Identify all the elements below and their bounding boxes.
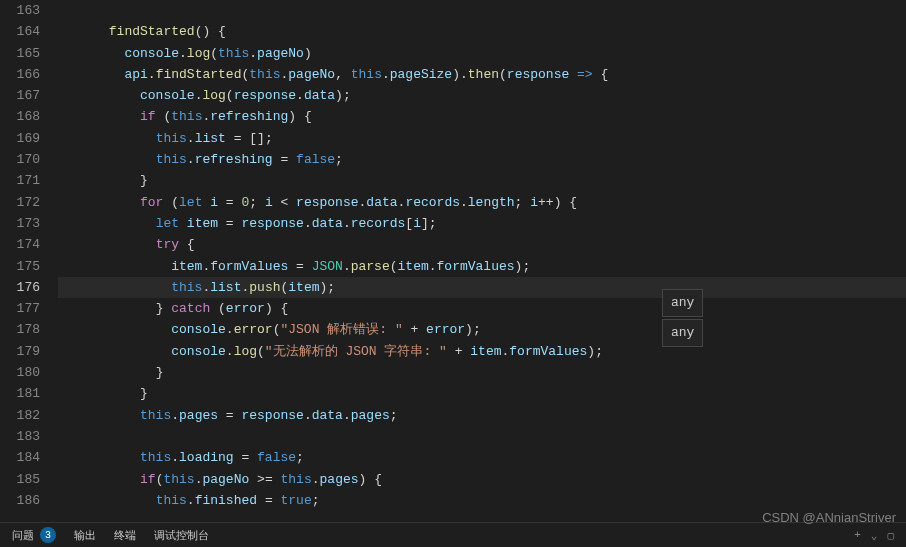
panel-tab-label: 终端 (114, 528, 136, 543)
code-line[interactable]: this.list.push(item); (58, 277, 906, 298)
code-line[interactable]: item.formValues = JSON.parse(item.formVa… (58, 256, 906, 277)
code-line[interactable]: let item = response.data.records[i]; (58, 213, 906, 234)
line-number: 164 (0, 21, 40, 42)
line-number: 173 (0, 213, 40, 234)
line-number: 163 (0, 0, 40, 21)
panel-tab-output[interactable]: 输出 (74, 528, 96, 543)
code-line[interactable]: this.finished = true; (58, 490, 906, 511)
code-line[interactable]: try { (58, 234, 906, 255)
code-line[interactable]: this.pages = response.data.pages; (58, 405, 906, 426)
code-line[interactable]: console.error("JSON 解析错误: " + error); (58, 319, 906, 340)
problems-count-badge: 3 (40, 527, 56, 543)
line-number: 184 (0, 447, 40, 468)
code-line[interactable]: findStarted() { (58, 21, 906, 42)
code-line[interactable]: } (58, 362, 906, 383)
bottom-panel: 问题 3 输出 终端 调试控制台 + ⌄ ▢ (0, 522, 906, 547)
code-line[interactable]: if (this.refreshing) { (58, 106, 906, 127)
hover-tooltip-type: any (662, 319, 703, 347)
line-number: 171 (0, 170, 40, 191)
line-number: 172 (0, 192, 40, 213)
terminal-icon[interactable]: ▢ (887, 529, 894, 542)
code-line[interactable]: this.refreshing = false; (58, 149, 906, 170)
line-number: 167 (0, 85, 40, 106)
line-number: 185 (0, 469, 40, 490)
code-line[interactable]: console.log(response.data); (58, 85, 906, 106)
code-line[interactable]: console.log("无法解析的 JSON 字符串: " + item.fo… (58, 341, 906, 362)
line-number: 182 (0, 405, 40, 426)
panel-tab-label: 输出 (74, 528, 96, 543)
code-line[interactable]: } (58, 383, 906, 404)
line-number-gutter: 1631641651661671681691701711721731741751… (0, 0, 58, 522)
line-number: 177 (0, 298, 40, 319)
panel-tab-label: 调试控制台 (154, 528, 209, 543)
panel-tab-problems[interactable]: 问题 3 (12, 527, 56, 543)
line-number: 169 (0, 128, 40, 149)
code-line[interactable] (58, 0, 906, 21)
line-number: 174 (0, 234, 40, 255)
line-number: 181 (0, 383, 40, 404)
line-number: 183 (0, 426, 40, 447)
line-number: 165 (0, 43, 40, 64)
line-number: 180 (0, 362, 40, 383)
panel-tab-label: 问题 (12, 528, 34, 543)
line-number: 175 (0, 256, 40, 277)
line-number: 186 (0, 490, 40, 511)
code-line[interactable]: } (58, 170, 906, 191)
line-number: 179 (0, 341, 40, 362)
hover-tooltip-type: any (662, 289, 703, 317)
code-line[interactable]: this.list = []; (58, 128, 906, 149)
code-area[interactable]: any any findStarted() { console.log(this… (58, 0, 906, 522)
code-line[interactable] (58, 426, 906, 447)
new-terminal-icon[interactable]: + (854, 529, 861, 542)
line-number: 166 (0, 64, 40, 85)
panel-right-icons: + ⌄ ▢ (854, 529, 894, 542)
watermark-text: CSDN @ANnianStriver (762, 510, 896, 525)
line-number: 176 (0, 277, 40, 298)
code-line[interactable]: api.findStarted(this.pageNo, this.pageSi… (58, 64, 906, 85)
line-number: 178 (0, 319, 40, 340)
code-line[interactable]: for (let i = 0; i < response.data.record… (58, 192, 906, 213)
editor-container: 1631641651661671681691701711721731741751… (0, 0, 906, 522)
code-line[interactable]: } catch (error) { (58, 298, 906, 319)
code-line[interactable]: console.log(this.pageNo) (58, 43, 906, 64)
code-line[interactable]: if(this.pageNo >= this.pages) { (58, 469, 906, 490)
panel-tab-terminal[interactable]: 终端 (114, 528, 136, 543)
chevron-down-icon[interactable]: ⌄ (871, 529, 878, 542)
line-number: 170 (0, 149, 40, 170)
line-number: 168 (0, 106, 40, 127)
code-line[interactable]: this.loading = false; (58, 447, 906, 468)
panel-tab-debug-console[interactable]: 调试控制台 (154, 528, 209, 543)
